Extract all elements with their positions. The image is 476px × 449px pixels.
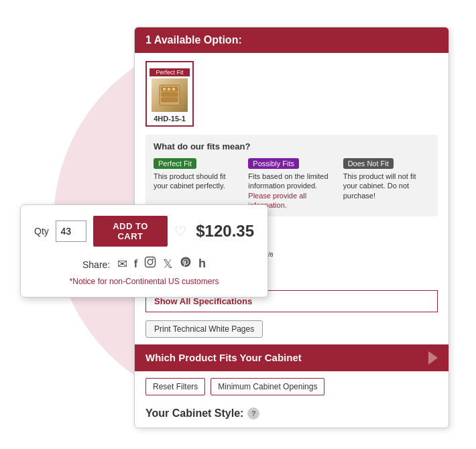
product-thumb-image: [152, 78, 188, 112]
does-not-fit-desc: This product will not fit your cabinet. …: [343, 172, 430, 200]
svg-rect-5: [168, 88, 170, 90]
cart-row: Qty ADD TO CART ♡ $120.35: [34, 216, 254, 247]
cabinet-style-label: Your Cabinet Style:: [145, 407, 243, 420]
fits-title: What do our fits mean?: [154, 141, 430, 151]
perfect-fit-badge: Perfect Fit: [150, 68, 190, 76]
wishlist-icon[interactable]: ♡: [174, 223, 186, 239]
svg-rect-6: [172, 88, 175, 90]
print-button[interactable]: Print Technical White Pages: [145, 320, 263, 338]
does-not-fit-item: Does Not Fit This product will not fit y…: [343, 157, 430, 210]
which-fits-section: Which Product Fits Your Cabinet: [135, 344, 449, 371]
svg-point-9: [152, 259, 154, 260]
min-cabinet-openings-button[interactable]: Minimum Cabinet Openings: [211, 378, 324, 395]
svg-rect-3: [162, 98, 178, 102]
reset-filters-button[interactable]: Reset Filters: [145, 378, 205, 395]
price-display: $120.35: [196, 222, 254, 241]
add-to-cart-button[interactable]: ADD TO CART: [93, 216, 168, 247]
svg-rect-7: [145, 257, 156, 267]
houzz-share-icon[interactable]: h: [198, 257, 206, 271]
cabinet-style-section: Your Cabinet Style: ?: [135, 402, 449, 428]
possibly-fit-label: Possibly Fits: [248, 158, 299, 169]
product-option: Perfect Fit 4HD-15-1: [145, 61, 438, 127]
email-share-icon[interactable]: ✉: [117, 257, 127, 271]
facebook-share-icon[interactable]: f: [134, 258, 137, 270]
product-thumbnail[interactable]: Perfect Fit 4HD-15-1: [145, 61, 194, 127]
filter-section: Reset Filters Minimum Cabinet Openings: [135, 371, 449, 402]
fits-grid: Perfect Fit This product should fit your…: [154, 157, 430, 210]
perfect-fit-label: Perfect Fit: [154, 158, 196, 169]
card-header: 1 Available Option:: [135, 27, 449, 53]
help-icon[interactable]: ?: [247, 407, 259, 420]
cart-widget: Qty ADD TO CART ♡ $120.35 Share: ✉ f 𝕏: [20, 204, 268, 298]
share-icons: ✉ f 𝕏 h: [117, 256, 206, 271]
available-options-title: 1 Available Option:: [145, 34, 242, 46]
share-label: Share:: [82, 259, 110, 270]
qty-label: Qty: [34, 226, 49, 237]
svg-rect-2: [162, 92, 178, 97]
which-fits-title: Which Product Fits Your Cabinet: [145, 352, 302, 363]
possibly-fit-item: Possibly Fits Fits based on the limited …: [248, 157, 335, 210]
perfect-fit-item: Perfect Fit This product should fit your…: [154, 157, 240, 210]
notice-text: *Notice for non-Continental US customers: [34, 277, 254, 286]
product-svg-icon: [156, 82, 183, 109]
qty-input[interactable]: [56, 220, 86, 242]
pinterest-share-icon[interactable]: [180, 256, 192, 271]
svg-point-8: [147, 259, 153, 265]
does-not-fit-label: Does Not Fit: [343, 158, 394, 169]
twitter-share-icon[interactable]: 𝕏: [163, 257, 173, 271]
perfect-fit-desc: This product should fit your cabinet per…: [154, 172, 240, 191]
share-row: Share: ✉ f 𝕏 h: [34, 256, 254, 271]
svg-rect-4: [163, 88, 166, 90]
which-fits-arrow-icon: [428, 351, 438, 365]
instagram-share-icon[interactable]: [144, 256, 156, 271]
product-code: 4HD-15-1: [150, 115, 190, 123]
